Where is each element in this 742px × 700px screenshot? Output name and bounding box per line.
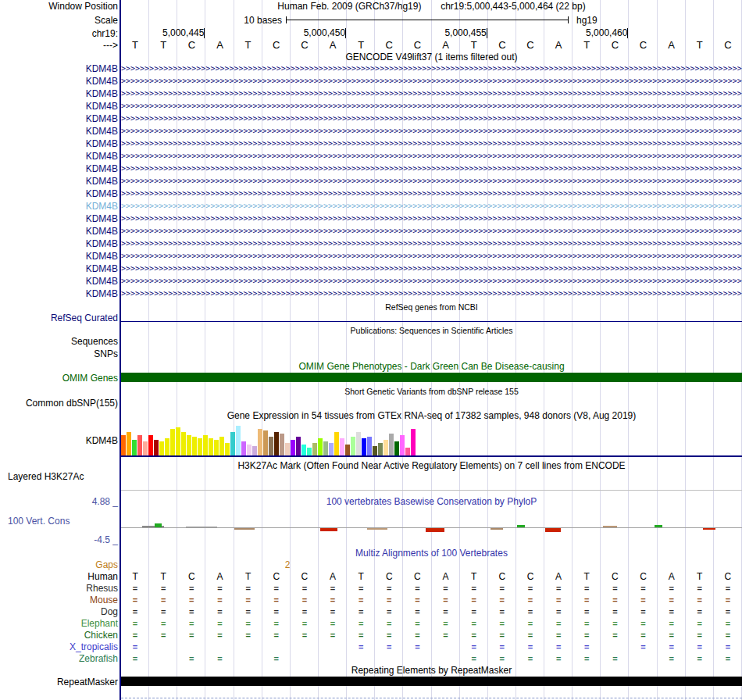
snps-label[interactable]: SNPs — [0, 348, 118, 359]
gencode-gene-label[interactable]: KDM4B — [0, 76, 118, 87]
repeatmasker-label[interactable]: RepeatMasker — [0, 677, 118, 688]
gencode-transcript-row[interactable]: >>>>>>>>>>>>>>>>>>>>>>>>>>>>>>>>>>>>>>>>… — [121, 226, 742, 237]
gtex-gene-label[interactable]: KDM4B — [0, 435, 118, 446]
alignment-identity-mark: = — [573, 595, 601, 605]
gtex-tissue-bar — [230, 432, 235, 455]
alignment-identity-mark: = — [460, 641, 488, 652]
gencode-gene-label[interactable]: KDM4B — [0, 138, 118, 149]
gencode-transcript-row[interactable]: >>>>>>>>>>>>>>>>>>>>>>>>>>>>>>>>>>>>>>>>… — [121, 251, 742, 262]
gencode-transcript-row[interactable]: >>>>>>>>>>>>>>>>>>>>>>>>>>>>>>>>>>>>>>>>… — [121, 76, 742, 87]
base-letter: C — [403, 40, 431, 51]
dbsnp-label[interactable]: Common dbSNP(155) — [0, 398, 118, 409]
gencode-gene-label[interactable]: KDM4B — [0, 263, 118, 274]
gencode-transcript-row[interactable]: >>>>>>>>>>>>>>>>>>>>>>>>>>>>>>>>>>>>>>>>… — [121, 263, 742, 274]
gencode-transcript-row[interactable]: >>>>>>>>>>>>>>>>>>>>>>>>>>>>>>>>>>>>>>>>… — [121, 113, 742, 124]
gtex-tissue-bar — [121, 435, 126, 455]
gencode-transcript-row[interactable]: >>>>>>>>>>>>>>>>>>>>>>>>>>>>>>>>>>>>>>>>… — [121, 138, 742, 149]
gencode-transcript-row[interactable]: >>>>>>>>>>>>>>>>>>>>>>>>>>>>>>>>>>>>>>>>… — [121, 101, 742, 112]
coordinate-tick-label: 5,000,445 — [133, 28, 205, 38]
refseq-curated-label[interactable]: RefSeq Curated — [0, 312, 118, 323]
gencode-gene-label[interactable]: KDM4B — [0, 251, 118, 262]
gencode-gene-label[interactable]: KDM4B — [0, 63, 118, 74]
alignment-identity-mark: = — [686, 653, 714, 664]
sequences-label[interactable]: Sequences — [0, 336, 118, 347]
alignment-identity-mark: = — [488, 618, 516, 629]
gencode-gene-label[interactable]: KDM4B — [0, 151, 118, 162]
window-position-value: Human Feb. 2009 (GRCh37/hg19) chr19:5,00… — [121, 1, 742, 12]
alignment-identity-mark: = — [516, 630, 544, 641]
species-label-mouse[interactable]: Mouse — [0, 595, 118, 605]
human-alignment-base: C — [601, 571, 629, 582]
omim-track-title[interactable]: OMIM Gene Phenotypes - Dark Green Can Be… — [121, 361, 742, 372]
alignment-identity-mark: = — [573, 630, 601, 641]
gtex-baseline — [121, 455, 742, 457]
gencode-gene-label[interactable]: KDM4B — [0, 213, 118, 224]
repeatmasker-bar[interactable] — [121, 677, 742, 686]
conservation-track-title[interactable]: 100 vertebrates Basewise Conservation by… — [121, 496, 742, 507]
gtex-tissue-bar — [198, 438, 202, 455]
species-label-chicken[interactable]: Chicken — [0, 630, 118, 641]
gencode-gene-label[interactable]: KDM4B — [0, 226, 118, 237]
gencode-transcript-row[interactable]: >>>>>>>>>>>>>>>>>>>>>>>>>>>>>>>>>>>>>>>>… — [121, 288, 742, 299]
dbsnp-track-title[interactable]: Short Genetic Variants from dbSNP releas… — [121, 386, 742, 397]
gencode-gene-label[interactable]: KDM4B — [0, 113, 118, 124]
species-label-rhesus[interactable]: Rhesus — [0, 583, 118, 594]
gtex-tissue-bar — [383, 440, 388, 455]
species-label-elephant[interactable]: Elephant — [0, 618, 118, 629]
gencode-gene-label[interactable]: KDM4B — [0, 238, 118, 249]
chromosome-label: chr19: — [0, 28, 118, 39]
alignment-identity-mark: = — [714, 641, 742, 652]
gencode-transcript-row[interactable]: >>>>>>>>>>>>>>>>>>>>>>>>>>>>>>>>>>>>>>>>… — [121, 151, 742, 162]
gencode-transcript-row[interactable]: >>>>>>>>>>>>>>>>>>>>>>>>>>>>>>>>>>>>>>>>… — [121, 163, 742, 174]
gencode-gene-label[interactable]: KDM4B — [0, 101, 118, 112]
gencode-gene-label[interactable]: KDM4B — [0, 201, 118, 212]
gencode-track-title[interactable]: GENCODE V49lift37 (1 items filtered out) — [121, 52, 742, 62]
gencode-gene-label[interactable]: KDM4B — [0, 163, 118, 174]
alignment-identity-mark: = — [658, 618, 686, 629]
omim-genes-label[interactable]: OMIM Genes — [0, 373, 118, 384]
alignment-identity-mark: = — [347, 583, 375, 594]
gtex-tissue-bar — [148, 435, 153, 455]
gencode-transcript-row[interactable]: >>>>>>>>>>>>>>>>>>>>>>>>>>>>>>>>>>>>>>>>… — [121, 88, 742, 99]
human-alignment-base: A — [432, 571, 460, 582]
human-alignment-base: T — [686, 571, 714, 582]
assembly-title: Human Feb. 2009 (GRCh37/hg19) — [277, 1, 421, 12]
gencode-gene-label[interactable]: KDM4B — [0, 288, 118, 299]
omim-gene-bar[interactable] — [121, 373, 742, 382]
repeatmasker-track-title[interactable]: Repeating Elements by RepeatMasker — [121, 665, 742, 676]
multiz-track-title[interactable]: Multiz Alignments of 100 Vertebrates — [121, 548, 742, 559]
gencode-transcript-row[interactable]: >>>>>>>>>>>>>>>>>>>>>>>>>>>>>>>>>>>>>>>>… — [121, 188, 742, 199]
gencode-gene-label[interactable]: KDM4B — [0, 88, 118, 99]
gencode-gene-label[interactable]: KDM4B — [0, 188, 118, 199]
gencode-gene-label[interactable]: KDM4B — [0, 276, 118, 287]
species-label-zebrafish[interactable]: Zebrafish — [0, 653, 118, 664]
alignment-identity-mark: = — [658, 641, 686, 652]
species-label-x-tropicalis[interactable]: X_tropicalis — [0, 641, 118, 652]
conservation-signal-mark — [186, 527, 217, 527]
alignment-identity-mark: = — [686, 618, 714, 629]
gencode-transcript-row[interactable]: >>>>>>>>>>>>>>>>>>>>>>>>>>>>>>>>>>>>>>>>… — [121, 201, 742, 212]
gtex-track-title[interactable]: Gene Expression in 54 tissues from GTEx … — [121, 410, 742, 421]
refseq-track-title[interactable]: RefSeq genes from NCBI — [121, 302, 742, 312]
alignment-identity-mark: = — [403, 583, 431, 594]
alignment-identity-mark: = — [686, 583, 714, 594]
h3k27ac-label[interactable]: Layered H3K27Ac — [8, 471, 117, 482]
gencode-transcript-row[interactable]: >>>>>>>>>>>>>>>>>>>>>>>>>>>>>>>>>>>>>>>>… — [121, 238, 742, 249]
conservation-label[interactable]: 100 Vert. Cons — [8, 516, 117, 527]
h3k27ac-track-title[interactable]: H3K27Ac Mark (Often Found Near Active Re… — [121, 460, 742, 471]
alignment-identity-mark: = — [262, 630, 291, 641]
gencode-transcript-row[interactable]: >>>>>>>>>>>>>>>>>>>>>>>>>>>>>>>>>>>>>>>>… — [121, 126, 742, 137]
gencode-transcript-row[interactable]: >>>>>>>>>>>>>>>>>>>>>>>>>>>>>>>>>>>>>>>>… — [121, 176, 742, 187]
gencode-transcript-row[interactable]: >>>>>>>>>>>>>>>>>>>>>>>>>>>>>>>>>>>>>>>>… — [121, 213, 742, 224]
gencode-gene-label[interactable]: KDM4B — [0, 126, 118, 137]
coordinate-tick-label: 5,000,460 — [556, 28, 628, 38]
gencode-gene-label[interactable]: KDM4B — [0, 176, 118, 187]
human-alignment-base: T — [234, 571, 262, 582]
publications-track-title[interactable]: Publications: Sequences in Scientific Ar… — [121, 325, 742, 336]
gencode-transcript-row[interactable]: >>>>>>>>>>>>>>>>>>>>>>>>>>>>>>>>>>>>>>>>… — [121, 276, 742, 287]
alignment-identity-mark: = — [149, 630, 177, 641]
species-label-dog[interactable]: Dog — [0, 606, 118, 617]
species-label-human[interactable]: Human — [0, 571, 118, 582]
gencode-transcript-row[interactable]: >>>>>>>>>>>>>>>>>>>>>>>>>>>>>>>>>>>>>>>>… — [121, 63, 742, 74]
gtex-tissue-bar — [241, 441, 246, 455]
